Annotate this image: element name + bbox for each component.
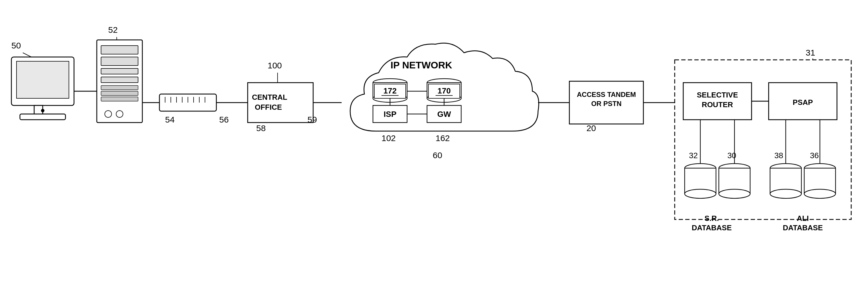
central-office-label: CENTRAL <box>252 93 287 102</box>
ref-102-label: 102 <box>381 133 396 143</box>
ref-54-label: 54 <box>165 115 175 124</box>
ref-36-label: 36 <box>810 151 819 160</box>
ref-59-label: 59 <box>307 115 317 124</box>
svg-rect-29 <box>248 83 313 122</box>
isp-box: ISP <box>383 110 396 119</box>
svg-rect-9 <box>101 68 138 74</box>
diagram: 50 52 54 56 <box>0 0 868 285</box>
svg-point-65 <box>719 189 750 198</box>
svg-text:ROUTER: ROUTER <box>702 100 733 109</box>
selective-router-label: SELECTIVE <box>697 91 738 99</box>
svg-point-15 <box>116 111 123 117</box>
svg-point-14 <box>105 111 112 117</box>
access-tandem-label: ACCESS TANDEM <box>577 91 636 98</box>
svg-rect-12 <box>101 91 138 95</box>
ref-30-label: 30 <box>727 151 736 160</box>
svg-point-70 <box>770 189 801 198</box>
ref-58-label: 58 <box>256 123 266 133</box>
psap-label: PSAP <box>793 98 813 107</box>
ref-31-label: 31 <box>806 48 815 57</box>
svg-rect-7 <box>101 46 138 54</box>
svg-rect-11 <box>101 86 138 90</box>
ref-100-label: 100 <box>268 61 282 70</box>
ref-52-label: 52 <box>108 25 118 34</box>
svg-point-74 <box>804 189 836 198</box>
svg-rect-8 <box>101 57 138 65</box>
sr-database-label: S.R. <box>705 214 719 223</box>
svg-rect-13 <box>101 97 138 101</box>
diagram-svg: 50 52 54 56 <box>0 0 868 285</box>
ref-38-label: 38 <box>774 151 783 160</box>
gw-box: GW <box>437 110 451 119</box>
ref-56-label: 56 <box>219 115 228 124</box>
ref-170-inner: 170 <box>438 86 451 95</box>
svg-rect-10 <box>101 77 138 83</box>
ref-32-label: 32 <box>689 151 698 160</box>
svg-text:OR PSTN: OR PSTN <box>591 100 622 108</box>
svg-text:DATABASE: DATABASE <box>692 223 732 232</box>
svg-text:DATABASE: DATABASE <box>783 223 823 232</box>
ref-50-label: 50 <box>11 41 21 50</box>
ref-172-inner: 172 <box>383 86 397 95</box>
ref-20-label: 20 <box>586 123 596 133</box>
svg-point-4 <box>41 109 44 112</box>
svg-point-61 <box>685 189 716 198</box>
svg-rect-1 <box>17 61 69 98</box>
ip-network-label: IP NETWORK <box>391 60 452 70</box>
ref-162-label: 162 <box>436 133 450 143</box>
svg-text:OFFICE: OFFICE <box>255 103 282 111</box>
svg-rect-3 <box>20 114 65 120</box>
ref-60-label: 60 <box>433 150 442 160</box>
ali-database-label: ALI <box>797 214 809 223</box>
svg-line-5 <box>23 53 31 57</box>
